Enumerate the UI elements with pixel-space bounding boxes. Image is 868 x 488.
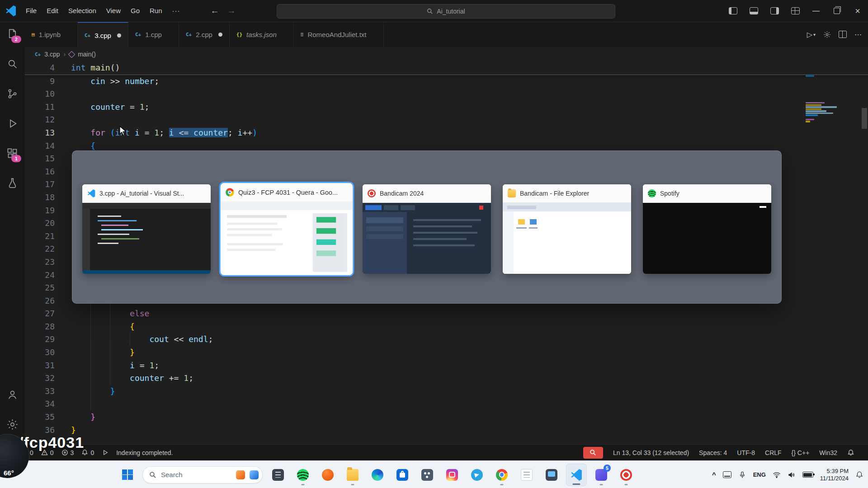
- taskbar-bandicam-app[interactable]: [616, 464, 637, 486]
- back-arrow-icon[interactable]: ←: [211, 6, 219, 16]
- tab-3.cpp[interactable]: C+3.cpp: [78, 22, 128, 48]
- window-thumbnail[interactable]: [503, 203, 631, 274]
- status-run-task[interactable]: [102, 449, 108, 456]
- taskbar-onenote-app[interactable]: [268, 464, 288, 486]
- window-thumbnail[interactable]: [221, 202, 353, 275]
- menu-file[interactable]: File: [21, 4, 42, 17]
- minimize-button[interactable]: —: [806, 0, 826, 22]
- window-thumbnail[interactable]: [643, 203, 771, 274]
- sidebar-item-explorer[interactable]: 2: [0, 22, 25, 46]
- tab-tasks.json[interactable]: {}tasks.json: [230, 22, 294, 47]
- breadcrumb-file[interactable]: 3.cpp: [44, 51, 60, 58]
- microphone-icon[interactable]: [738, 471, 746, 479]
- taskbar-vscode-app[interactable]: [566, 464, 587, 486]
- toggle-sidebar-icon[interactable]: [722, 0, 743, 22]
- menu-selection[interactable]: Selection: [63, 4, 101, 17]
- start-button[interactable]: [118, 464, 137, 486]
- code-line[interactable]: 33 }: [25, 385, 868, 398]
- language-indicator[interactable]: ENG: [753, 471, 766, 478]
- menu-edit[interactable]: Edit: [42, 4, 63, 17]
- editor-scrollbar[interactable]: [862, 108, 867, 129]
- tab-2.cpp[interactable]: C+2.cpp: [179, 22, 230, 47]
- split-editor-icon[interactable]: [839, 31, 847, 38]
- close-button[interactable]: ×: [847, 0, 868, 22]
- tab-1.cpp[interactable]: C+1.cpp: [128, 22, 179, 47]
- window-thumbnail[interactable]: [82, 203, 211, 274]
- encoding-setting[interactable]: UTF-8: [737, 449, 755, 456]
- alt-tab-window-bandicam[interactable]: Bandicam 2024: [363, 184, 491, 274]
- code-line[interactable]: 36}: [25, 424, 868, 437]
- restore-button[interactable]: [826, 0, 847, 22]
- code-line[interactable]: 34: [25, 398, 868, 411]
- sidebar-item-testing[interactable]: [0, 171, 25, 195]
- breadcrumb-symbol[interactable]: main(): [78, 51, 96, 58]
- taskbar-badge-five-app[interactable]: 5: [591, 464, 612, 486]
- volume-icon[interactable]: [788, 471, 796, 479]
- eol-setting[interactable]: CRLF: [765, 449, 782, 456]
- code-line[interactable]: 27 else: [25, 307, 868, 320]
- tab-bar-tabs: ▤1.ipynbC+3.cppC+1.cppC+2.cpp{}tasks.jso…: [25, 22, 384, 47]
- indentation-setting[interactable]: Spaces: 4: [699, 449, 727, 456]
- sticky-line[interactable]: 4int main(): [25, 61, 868, 75]
- account-icon[interactable]: [0, 383, 25, 406]
- forward-arrow-icon[interactable]: →: [227, 6, 236, 16]
- taskbar-notepad-app[interactable]: [516, 464, 537, 486]
- tray-chevron-up-icon[interactable]: ^: [712, 471, 716, 479]
- code-line[interactable]: 12: [25, 113, 868, 127]
- alt-tab-window-folder[interactable]: Bandicam - File Explorer: [503, 184, 631, 274]
- taskbar-orange-media-app[interactable]: [317, 464, 338, 486]
- sidebar-item-source-control[interactable]: [0, 82, 25, 105]
- toggle-secondary-sidebar-icon[interactable]: [764, 0, 785, 22]
- taskbar-telegram-app[interactable]: [467, 464, 487, 486]
- sidebar-item-run-debug[interactable]: [0, 112, 25, 135]
- taskbar-search-input[interactable]: Search: [142, 466, 263, 483]
- menu-go[interactable]: Go: [126, 4, 145, 17]
- menu-view[interactable]: View: [101, 4, 126, 17]
- code-line[interactable]: 32 counter += 1;: [25, 372, 868, 385]
- code-line[interactable]: 13 for (int i = 1; i <= counter; i++): [25, 127, 868, 140]
- touch-keyboard-icon[interactable]: [723, 471, 731, 478]
- run-button[interactable]: ▷▾: [807, 30, 816, 39]
- code-line[interactable]: 11 counter = 1;: [25, 101, 868, 114]
- editor-settings-gear-icon[interactable]: [823, 31, 831, 38]
- settings-gear-icon[interactable]: [0, 413, 25, 436]
- taskbar-edge-browser[interactable]: [367, 464, 388, 486]
- customize-layout-icon[interactable]: [785, 0, 806, 22]
- tab-RomeoAndJuliet.txt[interactable]: ≣RomeoAndJuliet.txt: [294, 22, 384, 47]
- alt-tab-window-chrome[interactable]: Quiz3 - FCP 4031 - Quera - Goo...: [221, 183, 353, 275]
- clock[interactable]: 5:39 PM 11/11/2024: [820, 468, 849, 482]
- code-line[interactable]: 31 i = 1;: [25, 359, 868, 372]
- wifi-icon[interactable]: [773, 471, 781, 479]
- taskbar-chrome-browser[interactable]: [491, 464, 512, 486]
- status-search-highlight[interactable]: [583, 447, 603, 459]
- code-line[interactable]: 28 {: [25, 320, 868, 333]
- command-center-search[interactable]: Ai_tutorial: [277, 4, 615, 19]
- window-thumbnail[interactable]: [363, 203, 491, 274]
- notification-bell-icon[interactable]: [855, 471, 863, 479]
- cursor-position[interactable]: Ln 13, Col 33 (12 selected): [613, 449, 689, 456]
- tab-1.ipynb[interactable]: ▤1.ipynb: [25, 22, 78, 47]
- code-line[interactable]: 29 cout << endl;: [25, 333, 868, 346]
- taskbar-remote-desktop-app[interactable]: [541, 464, 562, 486]
- taskbar-spotify-app[interactable]: [292, 464, 313, 486]
- more-actions-icon[interactable]: ⋯: [854, 30, 862, 39]
- notifications-bell-icon[interactable]: [847, 449, 854, 456]
- taskbar-microsoft-store[interactable]: [392, 464, 413, 486]
- code-line[interactable]: 30 }: [25, 346, 868, 359]
- menu-run[interactable]: Run: [145, 4, 167, 17]
- taskbar-instagram-app[interactable]: [442, 464, 462, 486]
- taskbar-file-explorer[interactable]: [342, 464, 363, 486]
- toggle-panel-icon[interactable]: [743, 0, 764, 22]
- sidebar-item-extensions[interactable]: 1: [0, 141, 25, 165]
- alt-tab-window-vscode[interactable]: 3.cpp - Ai_tutorial - Visual St...: [82, 184, 211, 274]
- battery-icon[interactable]: [802, 472, 813, 478]
- sidebar-item-search[interactable]: [0, 52, 25, 75]
- code-line[interactable]: 10: [25, 88, 868, 101]
- taskbar-people-app[interactable]: [417, 464, 438, 486]
- code-line[interactable]: 35 }: [25, 411, 868, 424]
- menu-[interactable]: ···: [167, 4, 185, 17]
- code-line[interactable]: 9 cin >> number;: [25, 75, 868, 88]
- alt-tab-window-spotify[interactable]: Spotify: [643, 184, 771, 274]
- platform-indicator[interactable]: Win32: [819, 449, 837, 456]
- language-mode[interactable]: {} C++: [792, 449, 810, 456]
